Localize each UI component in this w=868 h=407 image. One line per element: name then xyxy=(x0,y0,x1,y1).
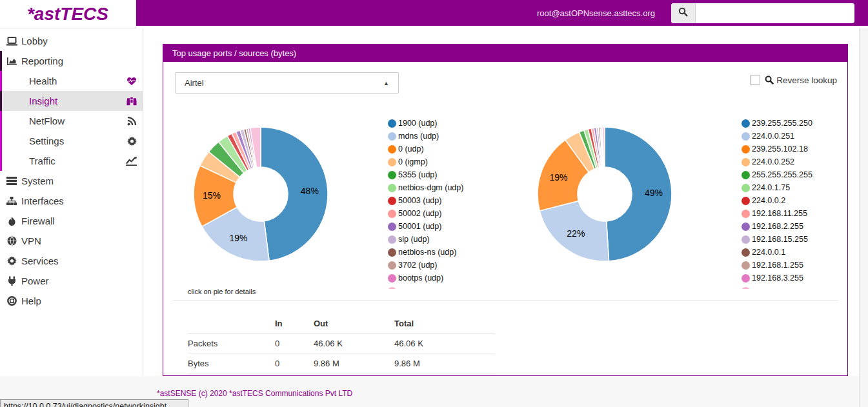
pie-percent-label: 15% xyxy=(203,190,221,201)
sidebar-item-label: VPN xyxy=(21,235,41,246)
totals-table: In Out Total Packets 0 46.06 K 46.06 K B… xyxy=(188,314,495,373)
sidebar-item-traffic[interactable]: Traffic xyxy=(0,151,143,171)
legend-label: 239.255.255.250 xyxy=(752,119,812,128)
legend-item[interactable]: 0 (udp) xyxy=(388,143,523,155)
legend-color-dot xyxy=(388,184,396,192)
legend-item[interactable]: bootps (udp) xyxy=(388,272,523,284)
legend-item[interactable]: 239.255.102.18 xyxy=(742,143,868,155)
legend-item[interactable]: netbios-dgm (udp) xyxy=(388,181,523,194)
ports-donut-chart[interactable]: 48%19%15% xyxy=(191,124,330,264)
legend-item[interactable]: sip (udp) xyxy=(388,233,523,246)
bytes-total: 9.86 M xyxy=(394,353,495,373)
search-icon xyxy=(765,75,774,84)
legend-color-dot xyxy=(388,274,396,283)
legend-item[interactable]: 5355 (udp) xyxy=(388,168,523,181)
legend-item[interactable]: mdns (udp) xyxy=(388,130,523,143)
legend-label: 224.0.0.1 xyxy=(752,248,785,257)
browser-status-tooltip: https://10.0.0.73/ui/diagnostics/network… xyxy=(0,399,188,407)
search-button[interactable] xyxy=(671,3,696,23)
legend-item[interactable]: 239.255.255.250 xyxy=(742,117,868,130)
legend-label: 192.168.2.255 xyxy=(752,222,803,231)
legend-item[interactable]: 50002 (udp) xyxy=(388,207,523,220)
sidebar-item-lobby[interactable]: Lobby xyxy=(0,31,143,51)
sidebar-item-system[interactable]: System xyxy=(0,171,143,191)
gear-icon xyxy=(6,256,17,266)
copyright-link[interactable]: *astSENSE (c) 2020 *astTECS Communicatio… xyxy=(157,389,352,398)
reverse-lookup-checkbox[interactable] xyxy=(750,75,760,85)
legend-item[interactable]: 224.0.0.1 xyxy=(742,246,868,259)
sidebar-item-label: Health xyxy=(29,75,57,86)
brand-logo-text: *astTECS xyxy=(27,4,108,25)
legend-item[interactable] xyxy=(742,284,868,289)
pie-percent-label: 48% xyxy=(301,186,319,196)
sidebar-item-interfaces[interactable]: Interfaces xyxy=(0,191,143,211)
sources-donut-chart[interactable]: 49%22%19% xyxy=(535,124,674,264)
legend-color-dot xyxy=(742,287,750,290)
gear-icon xyxy=(127,136,137,146)
legend-item[interactable]: 192.168.15.255 xyxy=(742,233,868,246)
sidebar-item-label: System xyxy=(21,175,54,186)
legend-color-dot xyxy=(742,274,750,283)
legend-color-dot xyxy=(388,235,396,244)
legend-label: 50002 (udp) xyxy=(398,209,441,218)
legend-item[interactable]: 0 (igmp) xyxy=(388,155,523,168)
legend-item[interactable]: 192.168.1.255 xyxy=(742,259,868,272)
sidebar-item-label: Insight xyxy=(29,95,57,106)
pie-percent-label: 19% xyxy=(549,172,567,183)
heartbeat-icon xyxy=(126,77,137,86)
legend-label: 192.168.1.255 xyxy=(752,261,803,270)
legend-item[interactable]: 192.168.11.255 xyxy=(742,207,868,220)
sidebar-item-label: NetFlow xyxy=(29,115,65,126)
sidebar-item-reporting[interactable]: Reporting xyxy=(0,51,143,71)
app-root: root@astOPNsense.asttecs.org *astTECS Lo… xyxy=(0,0,868,407)
legend-label: 255.255.255.255 xyxy=(752,170,812,179)
pie-percent-label: 19% xyxy=(229,233,247,243)
sidebar-item-firewall[interactable]: Firewall xyxy=(0,211,143,231)
legend-item[interactable]: 192.168.2.255 xyxy=(742,220,868,233)
legend-item[interactable] xyxy=(388,284,523,289)
legend-item[interactable]: 192.168.3.255 xyxy=(742,272,868,284)
legend-label: 224.0.0.251 xyxy=(752,132,794,141)
legend-item[interactable]: 1900 (udp) xyxy=(388,117,523,130)
sidebar-item-label: Reporting xyxy=(21,55,63,66)
panel-title: Top usage ports / sources (bytes) xyxy=(172,48,296,58)
legend-item[interactable]: netbios-ns (udp) xyxy=(388,246,523,259)
legend-label: 1900 (udp) xyxy=(398,119,437,128)
vertical-scrollbar[interactable] xyxy=(859,28,868,407)
legend-label: 0 (udp) xyxy=(398,144,424,154)
sidebar-item-label: Settings xyxy=(29,135,64,146)
legend-item[interactable]: 255.255.255.255 xyxy=(742,168,868,181)
legend-item[interactable]: 3702 (udp) xyxy=(388,259,523,272)
sidebar-item-vpn[interactable]: VPN xyxy=(0,231,143,251)
sidebar-item-power[interactable]: Power xyxy=(0,271,143,291)
reverse-lookup-control[interactable]: Reverse lookup xyxy=(750,75,837,85)
legend-color-dot xyxy=(742,132,750,141)
sidebar-item-health[interactable]: Health xyxy=(0,71,143,91)
caret-up-icon: ▲ xyxy=(383,80,389,86)
sidebar-item-settings[interactable]: Settings xyxy=(0,131,143,151)
legend-item[interactable]: 224.0.0.252 xyxy=(742,155,868,168)
legend-item[interactable]: 224.0.0.2 xyxy=(742,194,868,207)
search-input[interactable] xyxy=(696,3,854,23)
binoculars-icon xyxy=(126,97,137,106)
pie-hint-text: click on pie for details xyxy=(188,288,256,295)
sidebar-item-services[interactable]: Services xyxy=(0,251,143,271)
legend-item[interactable]: 50001 (udp) xyxy=(388,220,523,233)
sidebar-item-insight[interactable]: Insight xyxy=(0,91,143,111)
legend-item[interactable]: 224.0.1.75 xyxy=(742,181,868,194)
legend-item[interactable]: 224.0.0.251 xyxy=(742,130,868,143)
legend-label: 224.0.0.2 xyxy=(752,196,785,205)
brand-logo[interactable]: *astTECS xyxy=(0,0,136,28)
life-ring-icon xyxy=(6,296,17,306)
legend-item[interactable]: 50003 (udp) xyxy=(388,194,523,207)
sidebar-item-label: Traffic xyxy=(29,155,56,166)
logged-in-user: root@astOPNsense.asttecs.org xyxy=(537,8,655,18)
legend-color-dot xyxy=(388,145,396,154)
legend-label: bootps (udp) xyxy=(398,273,443,283)
sidebar-item-help[interactable]: Help xyxy=(0,291,143,311)
sidebar-item-netflow[interactable]: NetFlow xyxy=(0,111,143,131)
legend-color-dot xyxy=(388,119,396,128)
interface-dropdown[interactable]: Airtel ▲ xyxy=(175,72,399,94)
legend-label: 224.0.1.75 xyxy=(752,183,790,192)
section-divider xyxy=(172,300,838,301)
